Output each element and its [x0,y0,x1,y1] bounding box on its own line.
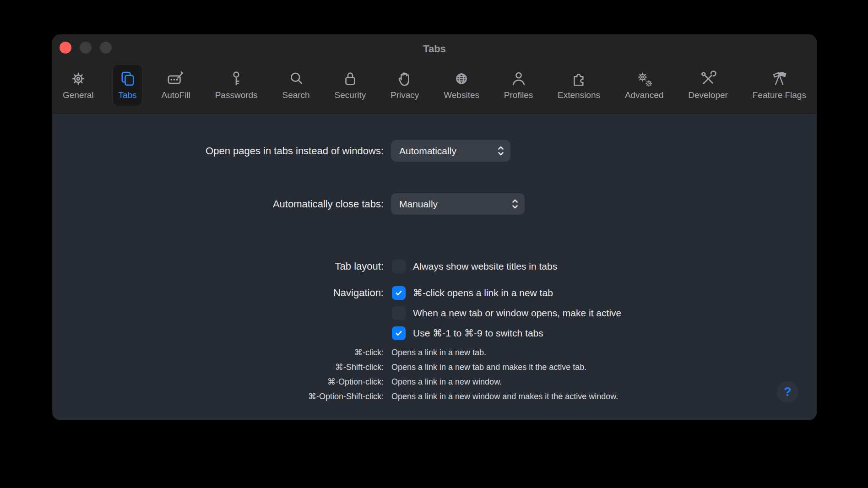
toolbar-item-advanced[interactable]: Advanced [619,64,669,106]
globe-icon [452,68,471,89]
window-title: Tabs [53,35,816,60]
hand-icon [396,68,414,89]
shortcut-key: ⌘-click: [354,347,384,358]
checkbox-label: Use ⌘-1 to ⌘-9 to switch tabs [413,328,543,339]
toolbar-label: Security [335,90,366,100]
popup-value: Automatically [399,146,497,157]
lock-icon [341,68,359,89]
chevron-up-down-icon [511,198,519,210]
shortcut-key: ⌘-Shift-click: [335,362,384,372]
help-button[interactable]: ? [777,381,798,403]
toolbar-label: Tabs [118,90,136,100]
safari-settings-window: Tabs General Tabs [53,35,816,420]
toolbar-item-tabs[interactable]: Tabs [113,64,142,106]
navigation-label: Navigation: [333,287,384,299]
checkbox-label: Always show website titles in tabs [413,261,557,272]
shortcut-desc: Opens a link in a new tab and makes it t… [391,363,586,372]
checkbox-cmd-number-switch[interactable] [392,326,406,340]
shortcut-help-row: ⌘-Option-Shift-click: Opens a link in a … [53,389,816,404]
shortcut-desc: Opens a link in a new window and makes i… [391,392,618,401]
toolbar-item-privacy[interactable]: Privacy [385,64,424,106]
toolbar-label: Websites [444,90,479,100]
gears-icon [635,68,653,89]
key-icon [227,68,245,89]
close-tabs-row: Automatically close tabs: Manually [53,193,816,215]
open-pages-popup[interactable]: Automatically [391,140,510,162]
tab-layout-row: Tab layout: Always show website titles i… [53,255,816,277]
toolbar-item-profiles[interactable]: Profiles [499,64,538,106]
toolbar-item-extensions[interactable]: Extensions [552,64,606,106]
shortcut-help-row: ⌘-Shift-click: Opens a link in a new tab… [53,360,816,374]
checkmark-icon [394,288,404,298]
shortcut-key: ⌘-Option-click: [327,377,384,387]
toolbar-item-security[interactable]: Security [329,64,372,106]
popup-value: Manually [399,199,511,210]
toolbar-label: Profiles [504,90,533,100]
puzzle-icon [570,68,588,89]
shortcut-desc: Opens a link in a new tab. [391,348,486,358]
tools-icon [699,68,717,89]
toolbar-label: Feature Flags [753,90,806,100]
open-pages-label: Open pages in tabs instead of windows: [206,145,384,157]
toolbar-label: Passwords [215,90,258,100]
checkbox-cmd-click-new-tab[interactable] [392,286,406,300]
checkbox-make-new-tab-active[interactable] [392,306,406,320]
shortcut-key: ⌘-Option-Shift-click: [308,391,384,401]
toolbar-item-feature-flags[interactable]: Feature Flags [747,64,812,106]
close-tabs-label: Automatically close tabs: [273,198,384,210]
close-tabs-popup[interactable]: Manually [391,193,525,215]
navigation-row-3: Use ⌘-1 to ⌘-9 to switch tabs [53,322,816,344]
checkbox-label: When a new tab or window opens, make it … [413,308,621,319]
toolbar-item-general[interactable]: General [57,64,99,106]
checkmark-icon [394,328,404,338]
toolbar-item-autofill[interactable]: AutoFill [156,64,195,106]
question-mark-icon: ? [784,385,792,399]
open-pages-row: Open pages in tabs instead of windows: A… [53,140,816,162]
toolbar-item-websites[interactable]: Websites [438,64,485,106]
toolbar-item-search[interactable]: Search [277,64,315,106]
magnifier-icon [287,68,305,89]
toolbar-label: Developer [688,90,728,100]
tabs-settings-pane: Open pages in tabs instead of windows: A… [53,114,816,420]
navigation-row-2: When a new tab or window opens, make it … [53,302,816,324]
toolbar-label: Search [282,90,309,100]
toolbar-label: AutoFill [161,90,190,100]
toolbar-item-passwords[interactable]: Passwords [210,64,263,106]
autofill-icon [167,68,185,89]
toolbar-label: Privacy [391,90,419,100]
tab-layout-label: Tab layout: [335,260,384,272]
toolbar-label: Extensions [558,90,600,100]
settings-toolbar: General Tabs AutoFill [53,60,816,114]
gear-icon [69,68,87,89]
flags-icon [770,68,788,89]
tabs-icon [119,68,137,89]
checkbox-label: ⌘-click opens a link in a new tab [413,287,553,298]
chevron-up-down-icon [497,145,505,157]
shortcut-desc: Opens a link in a new window. [391,377,502,387]
toolbar-item-developer[interactable]: Developer [683,64,733,106]
titlebar: Tabs [53,35,816,60]
checkbox-website-titles[interactable] [392,260,406,273]
navigation-row-1: Navigation: ⌘-click opens a link in a ne… [53,282,816,304]
shortcut-help-row: ⌘-click: Opens a link in a new tab. [53,345,816,360]
toolbar-label: General [63,90,94,100]
person-icon [510,68,528,89]
shortcut-help-row: ⌘-Option-click: Opens a link in a new wi… [53,374,816,389]
toolbar-label: Advanced [625,90,664,100]
